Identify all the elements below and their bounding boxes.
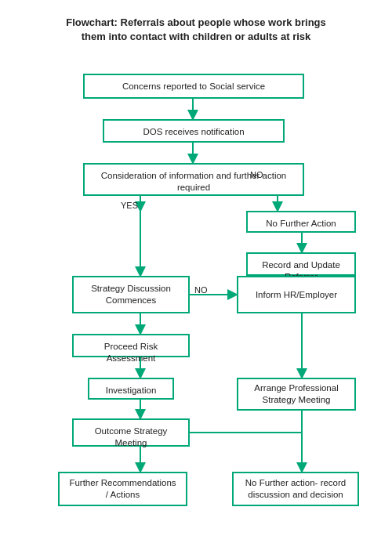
flowchart: Concerns reported to Social service DOS … <box>19 58 373 554</box>
box-proceed-risk: Proceed Risk Assessment <box>72 334 190 357</box>
box-arrange: Arrange Professional Strategy Meeting <box>237 378 356 411</box>
label-no1: NO <box>250 170 263 179</box>
box-no-further-action: No Further Action <box>246 211 356 233</box>
box-no-further-record: No Further action- record discussion and… <box>232 472 359 506</box>
page: Flowchart: Referrals about people whose … <box>0 0 392 554</box>
box-further-recs: Further Recommendations / Actions <box>58 472 187 506</box>
box-inform-hr: Inform HR/Employer <box>237 276 356 313</box>
page-title: Flowchart: Referrals about people whose … <box>19 16 373 44</box>
box-consideration: Consideration of information and further… <box>83 163 304 196</box>
box-investigation: Investigation <box>88 378 174 400</box>
box-concerns: Concerns reported to Social service <box>83 74 304 99</box>
box-outcome: Outcome Strategy Meeting <box>72 418 190 447</box>
box-record-update: Record and Update Referrer <box>246 252 356 276</box>
label-no2: NO <box>194 285 208 295</box>
label-yes: YES <box>121 201 138 210</box>
box-strategy: Strategy Discussion Commences <box>72 276 190 313</box>
box-dos: DOS receives notification <box>103 119 285 143</box>
